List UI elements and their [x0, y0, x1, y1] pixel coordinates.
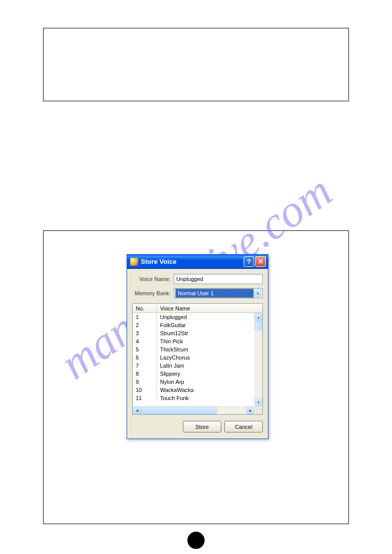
memory-bank-label: Memory Bank:	[132, 290, 174, 296]
page-number-circle	[187, 532, 205, 549]
list-item: 5ThickStrum	[133, 345, 254, 353]
column-no-header[interactable]: No.	[133, 305, 157, 311]
scroll-up-icon[interactable]: ▲	[255, 313, 262, 321]
list-item: 11Touch Funk	[133, 394, 254, 402]
voice-name-label: Voice Name:	[132, 276, 174, 282]
voice-list-container: No. Voice Name 1Unplugged 2FolkGuitar 3S…	[132, 303, 263, 415]
question-icon: ?	[247, 258, 251, 265]
voice-list-header: No. Voice Name	[133, 304, 262, 313]
help-button[interactable]: ?	[244, 256, 254, 267]
column-name-header[interactable]: Voice Name	[157, 305, 262, 311]
list-item: 9Nylon Arp	[133, 378, 254, 386]
list-item: 3Strum12Str	[133, 329, 254, 337]
store-button[interactable]: Store	[183, 421, 221, 432]
list-item: 2FolkGuitar	[133, 321, 254, 329]
list-item: 7Latin Jam	[133, 362, 254, 370]
cancel-button[interactable]: Cancel	[224, 421, 263, 432]
scroll-corner	[254, 406, 262, 414]
outer-border-top	[43, 28, 349, 101]
chevron-down-icon: ▾	[254, 289, 261, 297]
voice-list-body[interactable]: 1Unplugged 2FolkGuitar 3Strum12Str 4Thin…	[133, 313, 254, 406]
dialog-titlebar[interactable]: Store Voice ? ✕	[127, 255, 268, 269]
list-item: 1Unplugged	[133, 313, 254, 321]
list-item: 4Thin Pick	[133, 337, 254, 345]
close-icon: ✕	[258, 258, 263, 265]
list-item: 6LazyChorus	[133, 353, 254, 362]
voice-name-input[interactable]	[174, 274, 263, 284]
horizontal-scrollbar[interactable]: ◀ ▶	[133, 406, 254, 414]
voice-name-row: Voice Name:	[132, 274, 263, 284]
close-button[interactable]: ✕	[255, 256, 266, 267]
scroll-down-icon[interactable]: ▼	[255, 398, 262, 406]
scroll-right-icon[interactable]: ▶	[246, 407, 254, 414]
scroll-left-icon[interactable]: ◀	[133, 407, 141, 414]
list-item: 8Slippery	[133, 370, 254, 378]
store-voice-dialog: Store Voice ? ✕ Voice Name: Memory Bank:…	[127, 254, 268, 439]
memory-bank-select[interactable]: Normal User 1 ▾	[174, 288, 263, 298]
vscroll-thumb[interactable]	[255, 321, 262, 330]
app-icon	[130, 258, 138, 266]
memory-bank-value: Normal User 1	[175, 289, 254, 298]
vscroll-track[interactable]	[255, 321, 262, 398]
dialog-body: Voice Name: Memory Bank: Normal User 1 ▾…	[127, 269, 268, 439]
list-item: 10WackaWacka	[133, 386, 254, 394]
hscroll-thumb[interactable]	[141, 407, 217, 414]
vertical-scrollbar[interactable]: ▲ ▼	[254, 313, 262, 406]
button-row: Store Cancel	[132, 421, 263, 432]
memory-bank-row: Memory Bank: Normal User 1 ▾	[132, 288, 263, 298]
hscroll-track[interactable]	[141, 407, 246, 414]
dialog-title: Store Voice	[141, 258, 243, 265]
